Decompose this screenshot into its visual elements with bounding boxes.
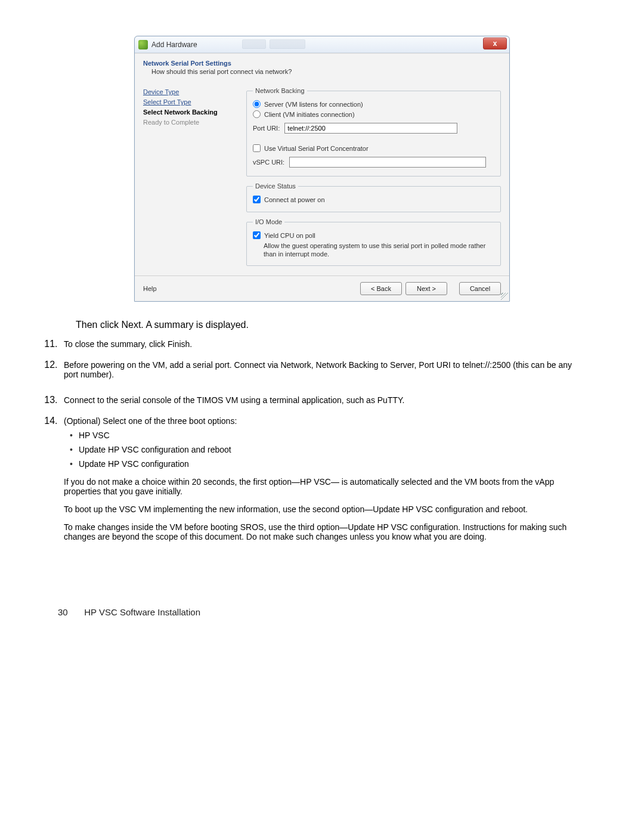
step-12-text: Before powering on the VM, add a serial … <box>64 360 572 379</box>
step-12: Before powering on the VM, add a serial … <box>60 360 586 379</box>
back-button[interactable]: < Back <box>360 282 402 295</box>
section-subtitle: How should this serial port connect via … <box>151 68 501 75</box>
radio-client-input[interactable] <box>253 110 261 118</box>
close-button[interactable]: x <box>483 38 507 49</box>
add-hardware-dialog: Add Hardware x Network Serial Port Setti… <box>134 36 510 302</box>
use-vspc-check[interactable]: Use Virtual Serial Port Concentrator <box>253 144 494 152</box>
network-backing-group: Network Backing Server (VM listens for c… <box>246 87 501 176</box>
next-button[interactable]: Next > <box>405 282 447 295</box>
device-status-legend: Device Status <box>253 182 298 190</box>
page-footer: 30 HP VSC Software Installation <box>58 607 586 617</box>
step-14-para-2: To boot up the VSC VM implementing the n… <box>64 504 586 514</box>
radio-client-label: Client (VM initiates connection) <box>264 111 355 118</box>
nav-ready-to-complete: Ready to Complete <box>143 117 236 128</box>
radio-server-input[interactable] <box>253 100 261 108</box>
step-14-bullet-2: Update HP VSC configuration and reboot <box>70 445 586 454</box>
step-14-para-3: To make changes inside the VM before boo… <box>64 522 586 541</box>
dialog-titlebar: Add Hardware x <box>135 36 509 53</box>
device-status-group: Device Status Connect at power on <box>246 182 501 212</box>
nav-select-network-backing: Select Network Backing <box>143 107 236 117</box>
step-14: (Optional) Select one of the three boot … <box>60 416 586 541</box>
step-14-intro: (Optional) Select one of the three boot … <box>64 416 237 426</box>
step-11: To close the summary, click Finish. <box>60 339 586 349</box>
nav-device-type[interactable]: Device Type <box>143 87 236 97</box>
background-window-hint <box>242 38 473 50</box>
vspc-uri-label: vSPC URI: <box>253 159 284 166</box>
page-number: 30 <box>58 607 82 617</box>
use-vspc-checkbox[interactable] <box>253 144 261 152</box>
step-11-text: To close the summary, click Finish. <box>64 339 192 349</box>
io-mode-group: I/O Mode Yield CPU on poll Allow the gue… <box>246 218 501 266</box>
radio-server[interactable]: Server (VM listens for connection) <box>253 100 494 108</box>
step-14-bullet-3: Update HP VSC configuration <box>70 459 586 469</box>
paragraph-after-image: Then click Next. A summary is displayed. <box>76 320 586 330</box>
wizard-nav: Device Type Select Port Type Select Netw… <box>143 87 236 272</box>
nav-select-port-type[interactable]: Select Port Type <box>143 97 236 107</box>
radio-client[interactable]: Client (VM initiates connection) <box>253 110 494 118</box>
io-mode-legend: I/O Mode <box>253 218 284 225</box>
footer-title: HP VSC Software Installation <box>84 607 200 617</box>
app-icon <box>138 40 148 49</box>
yield-cpu-label: Yield CPU on poll <box>264 232 315 239</box>
step-13: Connect to the serial console of the TIM… <box>60 395 586 405</box>
connect-power-on-checkbox[interactable] <box>253 196 261 203</box>
step-14-bullet-1: HP VSC <box>70 431 586 440</box>
dialog-button-bar: Help < Back Next > Cancel <box>135 275 509 301</box>
yield-cpu-check[interactable]: Yield CPU on poll <box>253 231 494 239</box>
radio-server-label: Server (VM listens for connection) <box>264 101 363 108</box>
port-uri-label: Port URI: <box>253 125 280 132</box>
help-link[interactable]: Help <box>143 285 157 292</box>
port-uri-input[interactable] <box>284 123 457 134</box>
connect-power-on-check[interactable]: Connect at power on <box>253 196 494 203</box>
cancel-button[interactable]: Cancel <box>459 282 501 295</box>
yield-cpu-checkbox[interactable] <box>253 231 261 239</box>
resize-grip-icon <box>501 293 508 300</box>
vspc-uri-input[interactable] <box>289 157 486 168</box>
step-14-para-1: If you do not make a choice within 20 se… <box>64 477 586 496</box>
use-vspc-label: Use Virtual Serial Port Concentrator <box>264 145 369 152</box>
io-mode-description: Allow the guest operating system to use … <box>264 241 494 258</box>
section-title: Network Serial Port Settings <box>143 60 501 67</box>
connect-power-on-label: Connect at power on <box>264 196 325 203</box>
dialog-body: Network Serial Port Settings How should … <box>135 53 509 275</box>
network-backing-legend: Network Backing <box>253 87 307 94</box>
dialog-title: Add Hardware <box>151 41 197 49</box>
step-13-text: Connect to the serial console of the TIM… <box>64 395 404 405</box>
